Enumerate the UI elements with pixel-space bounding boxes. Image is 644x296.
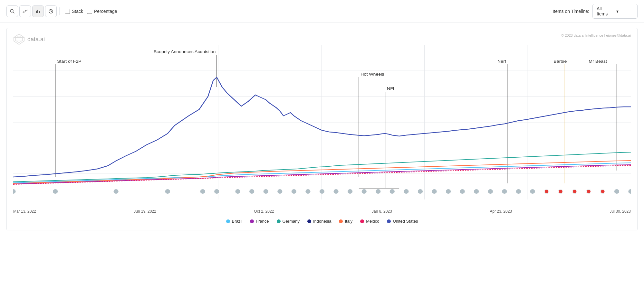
svg-point-52 xyxy=(347,189,353,194)
legend-label-france: France xyxy=(256,219,269,224)
percentage-checkbox[interactable] xyxy=(87,9,92,14)
main-chart-svg: Start of F2P Scopely Announces Acquistio… xyxy=(13,45,631,203)
legend-dot-germany xyxy=(277,219,281,223)
legend-label-brazil: Brazil xyxy=(232,219,243,224)
legend-item-brazil: Brazil xyxy=(226,219,243,224)
svg-point-51 xyxy=(333,189,339,194)
svg-text:Scopely Announces Acquistion: Scopely Announces Acquistion xyxy=(154,50,216,54)
svg-point-61 xyxy=(474,189,479,194)
svg-point-54 xyxy=(375,189,381,194)
legend-item-france: France xyxy=(250,219,269,224)
toolbar-divider xyxy=(59,7,60,15)
svg-point-59 xyxy=(446,189,451,194)
bar-chart-icon xyxy=(35,9,41,14)
chevron-down-icon: ▾ xyxy=(616,9,633,14)
svg-point-45 xyxy=(249,189,255,194)
pie-chart-icon xyxy=(48,9,53,14)
svg-point-38 xyxy=(13,189,16,194)
svg-point-58 xyxy=(431,189,437,194)
svg-point-53 xyxy=(361,189,367,194)
x-label-4: Jan 8, 2023 xyxy=(372,209,392,214)
legend-label-italy: Italy xyxy=(345,219,352,224)
svg-point-74 xyxy=(559,190,563,193)
legend-dot-brazil xyxy=(226,219,230,223)
svg-point-77 xyxy=(601,190,605,193)
logo-text: data.ai xyxy=(27,36,45,43)
svg-text:Nerf: Nerf xyxy=(497,59,506,64)
legend-dot-mexico xyxy=(360,219,364,223)
items-dropdown-value: All Items xyxy=(597,6,614,16)
line-chart-icon xyxy=(23,9,28,14)
svg-point-47 xyxy=(277,189,283,194)
svg-point-72 xyxy=(628,189,631,194)
chart-copyright: © 2023 data.ai Intelligence | ejones@dat… xyxy=(561,33,631,37)
svg-rect-4 xyxy=(39,11,40,13)
pie-chart-button[interactable] xyxy=(45,5,57,17)
svg-text:Barbie: Barbie xyxy=(553,59,567,64)
svg-point-42 xyxy=(200,189,205,194)
legend-dot-united-states xyxy=(387,219,391,223)
legend-item-germany: Germany xyxy=(277,219,300,224)
svg-point-76 xyxy=(587,190,591,193)
line-chart-button[interactable] xyxy=(19,5,31,17)
legend-dot-indonesia xyxy=(307,219,311,223)
svg-point-56 xyxy=(403,189,409,194)
dataai-logo-icon xyxy=(13,33,25,45)
chart-container: data.ai © 2023 data.ai Intelligence | ej… xyxy=(6,28,638,230)
legend-item-indonesia: Indonesia xyxy=(307,219,331,224)
svg-point-41 xyxy=(165,189,170,194)
legend-label-indonesia: Indonesia xyxy=(313,219,331,224)
search-icon xyxy=(10,9,15,14)
svg-point-39 xyxy=(53,189,58,194)
legend-dot-france xyxy=(250,219,254,223)
svg-point-40 xyxy=(113,189,119,194)
svg-text:Hot Wheels: Hot Wheels xyxy=(360,72,384,77)
bar-chart-button[interactable] xyxy=(32,5,44,17)
legend-label-germany: Germany xyxy=(283,219,300,224)
logo-area: data.ai xyxy=(13,33,45,45)
toolbar: Stack Percentage Items on Timeline: All … xyxy=(0,0,644,23)
x-label-2: Jun 19, 2022 xyxy=(134,209,156,214)
legend-item-united-states: United States xyxy=(387,219,418,224)
x-label-3: Oct 2, 2022 xyxy=(254,209,274,214)
svg-rect-3 xyxy=(37,10,38,13)
stack-checkbox-label[interactable]: Stack xyxy=(65,9,83,14)
svg-point-57 xyxy=(418,189,423,194)
toolbar-right: Items on Timeline: All Items ▾ xyxy=(553,4,638,19)
legend-label-united-states: United States xyxy=(393,219,418,224)
svg-point-71 xyxy=(614,189,620,194)
svg-point-44 xyxy=(235,189,240,194)
chart-header: data.ai © 2023 data.ai Intelligence | ej… xyxy=(7,28,637,45)
svg-point-65 xyxy=(530,189,535,194)
toolbar-left: Stack Percentage xyxy=(6,5,117,17)
x-label-5: Apr 23, 2023 xyxy=(490,209,512,214)
svg-point-73 xyxy=(544,190,549,193)
items-dropdown[interactable]: All Items ▾ xyxy=(592,4,638,19)
legend-dot-italy xyxy=(339,219,343,223)
svg-point-49 xyxy=(305,189,311,194)
percentage-label: Percentage xyxy=(94,9,117,14)
svg-point-60 xyxy=(459,189,465,194)
svg-text:Start of F2P: Start of F2P xyxy=(57,59,81,64)
legend-item-mexico: Mexico xyxy=(360,219,379,224)
percentage-checkbox-label[interactable]: Percentage xyxy=(87,9,117,14)
search-button[interactable] xyxy=(6,5,18,17)
svg-point-43 xyxy=(214,189,219,194)
stack-label: Stack xyxy=(72,9,83,14)
svg-point-55 xyxy=(389,189,395,194)
svg-text:NFL: NFL xyxy=(387,87,396,91)
svg-point-63 xyxy=(502,189,507,194)
svg-point-75 xyxy=(572,190,577,193)
x-axis-labels: Mar 13, 2022 Jun 19, 2022 Oct 2, 2022 Ja… xyxy=(7,207,637,214)
svg-line-1 xyxy=(13,12,14,13)
legend-label-mexico: Mexico xyxy=(366,219,379,224)
x-label-6: Jul 30, 2023 xyxy=(610,209,631,214)
svg-point-64 xyxy=(516,189,521,194)
svg-point-62 xyxy=(488,189,493,194)
legend-item-italy: Italy xyxy=(339,219,352,224)
stack-checkbox[interactable] xyxy=(65,9,70,14)
chart-svg-area: Start of F2P Scopely Announces Acquistio… xyxy=(7,45,637,207)
svg-point-50 xyxy=(319,189,325,194)
chart-legend: Brazil France Germany Indonesia Italy Me… xyxy=(7,214,637,230)
svg-rect-2 xyxy=(36,11,37,13)
